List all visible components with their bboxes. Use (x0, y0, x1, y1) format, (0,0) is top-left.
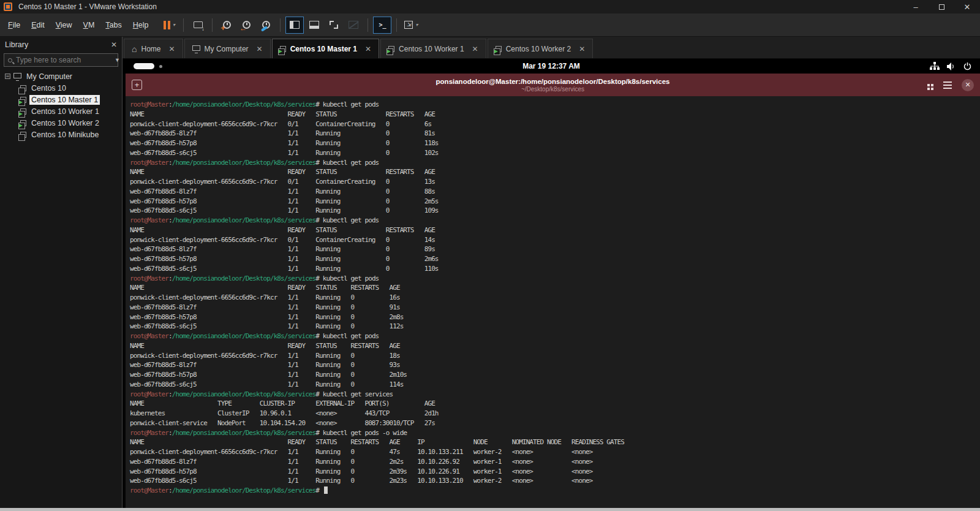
tab-centos-10-master-1[interactable]: Centos 10 Master 1✕ (272, 39, 379, 58)
tab-close-icon[interactable]: ✕ (168, 45, 175, 53)
pause-icon (164, 21, 166, 29)
maximize-button[interactable] (929, 0, 954, 13)
unity-mode-button[interactable] (344, 17, 363, 34)
show-library-button[interactable] (285, 17, 304, 34)
prompt-hash: # (315, 100, 322, 108)
terminal-line: web-d67fb88d5-h57p8 1/1 Running 0 2m5s (130, 197, 980, 206)
tab-close-icon[interactable]: ✕ (472, 45, 478, 53)
terminal-line: NAME READY STATUS RESTARTS AGE (130, 110, 980, 119)
terminal-output[interactable]: root@Master:/home/ponsianodeloor/Desktop… (126, 96, 980, 508)
menu-tabs[interactable]: Tabs (100, 18, 127, 32)
computer-icon (192, 45, 200, 51)
menu-help[interactable]: Help (127, 18, 154, 32)
tab-home[interactable]: ⌂Home✕ (124, 39, 183, 58)
tree-item-label: Centos 10 Worker 2 (29, 118, 101, 128)
tree-item-centos-10-worker-2[interactable]: Centos 10 Worker 2 (0, 117, 122, 129)
tree-item-centos-10[interactable]: Centos 10 (0, 82, 122, 94)
thumbnail-bar-icon (309, 21, 319, 29)
menu-items: FileEditViewVMTabsHelp (2, 18, 154, 32)
tab-label: Centos 10 Master 1 (290, 45, 357, 53)
prompt-user: root@Master (130, 332, 168, 340)
manage-snapshots-button[interactable] (257, 17, 275, 34)
terminal-line: web-d67fb88d5-8lz7f 1/1 Running 0 2m2s 1… (130, 457, 980, 467)
tree-item-centos-10-minikube[interactable]: Centos 10 Minikube (0, 129, 122, 140)
terminal-line: web-d67fb88d5-s6cj5 1/1 Running 0 102s (130, 148, 980, 158)
terminal-line: ponwick-client-deployment-6656cc6d9c-r7k… (130, 351, 980, 361)
minimize-button[interactable]: – (903, 0, 929, 13)
fit-guest-icon: ⇲ (404, 21, 413, 29)
fullscreen-icon (330, 21, 338, 29)
library-panel-icon (290, 21, 300, 29)
vm-icon (20, 85, 26, 91)
terminal-close-icon[interactable]: ✕ (962, 79, 974, 91)
vm-running-icon (20, 97, 26, 103)
tree-item-my-computer[interactable]: − My Computer (0, 70, 122, 82)
gnome-status-area[interactable] (930, 62, 980, 70)
suspend-button[interactable]: ▾ (160, 17, 178, 34)
tab-centos-10-worker-2[interactable]: Centos 10 Worker 2✕ (488, 39, 594, 58)
terminal-line: web-d67fb88d5-s6cj5 1/1 Running 0 110s (130, 264, 980, 274)
prompt-path: /home/ponsianodeloor/Desktop/k8s/service… (172, 216, 316, 224)
terminal-line: web-d67fb88d5-h57p8 1/1 Running 0 2m39s … (130, 467, 980, 477)
vm-console-screen[interactable]: Mar 19 12:37 AM + ponsianodeloor@Master:… (123, 59, 980, 508)
tab-close-icon[interactable]: ✕ (365, 45, 371, 53)
activities-pill[interactable] (134, 63, 154, 69)
new-tab-icon[interactable]: + (132, 80, 142, 90)
menu-icon[interactable] (943, 81, 952, 83)
vm-running-icon (496, 46, 502, 52)
terminal-line: NAME READY STATUS RESTARTS AGE IP NODE N… (130, 437, 980, 447)
terminal-prompt-line: root@Master:/home/ponsianodeloor/Desktop… (130, 274, 980, 284)
command-text: kubectl get pods (323, 332, 379, 340)
gnome-clock[interactable]: Mar 19 12:37 AM (522, 62, 580, 70)
menu-view[interactable]: View (50, 18, 78, 32)
prompt-user: root@Master (130, 429, 168, 437)
tab-bar: ⌂Home✕My Computer✕Centos 10 Master 1✕Cen… (123, 37, 980, 59)
library-sidebar: Library ✕ ▼ − My Computer Centos 10Cento… (0, 37, 123, 508)
terminal-prompt-line: root@Master:/home/ponsianodeloor/Desktop… (130, 428, 980, 438)
prompt-hash: # (315, 390, 322, 398)
tab-close-icon[interactable]: ✕ (579, 45, 585, 53)
menu-file[interactable]: File (2, 18, 26, 32)
library-title: Library (5, 40, 28, 49)
prompt-hash: # (315, 159, 322, 167)
revert-snapshot-button[interactable] (237, 17, 255, 34)
vm-icon (20, 132, 26, 138)
console-view-button[interactable]: >_ (373, 17, 391, 34)
toolbar: ▾>_⇲▾ (160, 17, 420, 34)
fit-guest-button[interactable]: ⇲▾ (402, 17, 420, 34)
prompt-user: root@Master (130, 486, 168, 494)
menu-vm[interactable]: VM (78, 18, 100, 32)
tab-my-computer[interactable]: My Computer✕ (184, 39, 271, 58)
vmware-window: Centos 10 Master 1 - VMware Workstation … (0, 0, 980, 511)
computer-icon (13, 73, 21, 78)
tree-item-label: Centos 10 Master 1 (29, 95, 100, 105)
close-button[interactable]: ✕ (954, 0, 980, 13)
snapshot-manage-icon (262, 21, 270, 29)
gnome-top-bar: Mar 19 12:37 AM (123, 59, 980, 74)
send-ctrl-alt-del-button[interactable] (189, 17, 207, 34)
volume-icon (947, 62, 956, 70)
snapshot-take-icon (223, 21, 231, 29)
collapse-icon[interactable]: − (5, 74, 10, 79)
tab-centos-10-worker-1[interactable]: Centos 10 Worker 1✕ (380, 39, 486, 58)
prompt-path: /home/ponsianodeloor/Desktop/k8s/service… (172, 159, 316, 167)
tab-close-icon[interactable]: ✕ (257, 45, 263, 53)
tab-grid-icon[interactable] (927, 84, 930, 86)
toolbar-separator (183, 18, 184, 32)
terminal-line: NAME READY STATUS RESTARTS AGE (130, 225, 980, 235)
terminal-header[interactable]: + ponsianodeloor@Master:/home/ponsianode… (126, 74, 980, 96)
menu-edit[interactable]: Edit (26, 18, 50, 32)
show-thumbnail-bar-button[interactable] (305, 17, 323, 34)
search-dropdown-icon[interactable]: ▼ (115, 57, 120, 63)
take-snapshot-button[interactable] (217, 17, 236, 34)
dropdown-caret-icon: ▾ (415, 23, 418, 28)
library-close-icon[interactable]: ✕ (111, 40, 117, 49)
terminal-prompt-line: root@Master:/home/ponsianodeloor/Desktop… (130, 216, 980, 225)
prompt-path: /home/ponsianodeloor/Desktop/k8s/service… (172, 100, 316, 108)
fullscreen-button[interactable] (325, 17, 343, 34)
terminal-prompt-line: root@Master:/home/ponsianodeloor/Desktop… (130, 100, 980, 110)
search-input[interactable] (16, 56, 111, 64)
tree-item-centos-10-worker-1[interactable]: Centos 10 Worker 1 (0, 105, 122, 117)
tree-item-centos-10-master-1[interactable]: Centos 10 Master 1 (0, 94, 122, 105)
taskbar-strip (0, 508, 980, 511)
